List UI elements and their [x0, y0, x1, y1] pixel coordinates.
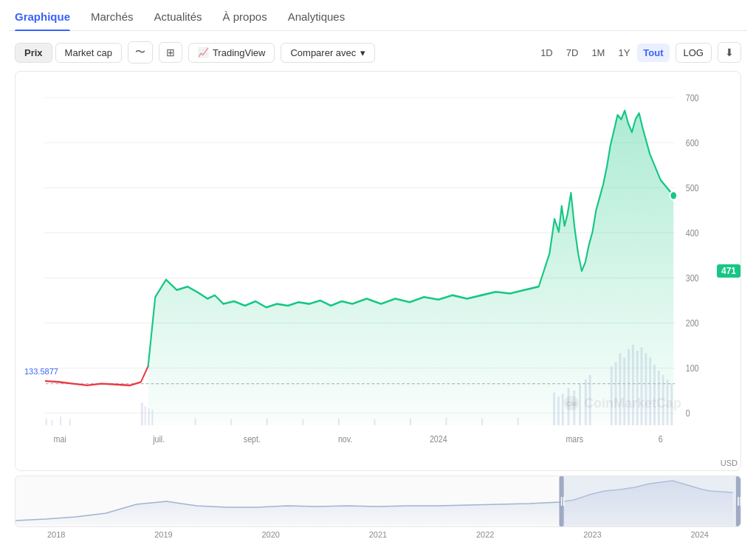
svg-rect-19 [69, 419, 71, 425]
svg-text:300: 300 [686, 272, 699, 284]
nav-svg [16, 476, 740, 526]
svg-text:200: 200 [686, 317, 699, 329]
chart-toolbar: Prix Market cap 〜 ⊞ 📈 TradingView Compar… [9, 41, 747, 71]
compare-label: Comparer avec [290, 47, 356, 58]
prix-button[interactable]: Prix [15, 43, 52, 63]
svg-point-59 [670, 191, 677, 200]
svg-text:100: 100 [686, 363, 699, 374]
svg-text:mars: mars [566, 433, 583, 444]
svg-rect-17 [52, 420, 53, 425]
svg-rect-18 [60, 416, 61, 425]
nav-x-axis: 2018 2019 2020 2021 2022 2023 2024 [15, 529, 741, 539]
svg-text:sept.: sept. [244, 433, 261, 444]
time-tout[interactable]: Tout [637, 44, 669, 62]
svg-text:700: 700 [686, 92, 699, 103]
time-1m[interactable]: 1M [585, 44, 611, 62]
nav-label-2018: 2018 [47, 530, 65, 539]
time-1d[interactable]: 1D [535, 44, 559, 62]
market-cap-button[interactable]: Market cap [55, 43, 122, 63]
svg-text:2024: 2024 [430, 433, 447, 444]
nav-label-2020: 2020 [262, 530, 280, 539]
svg-text:juil.: juil. [152, 433, 165, 444]
compare-button[interactable]: Comparer avec ▾ [281, 43, 375, 63]
log-button[interactable]: LOG [676, 43, 712, 63]
time-period-group: 1D 7D 1M 1Y Tout [535, 44, 669, 62]
tab-marches[interactable]: Marchés [91, 10, 134, 30]
chevron-down-icon: ▾ [360, 47, 365, 58]
tab-graphique[interactable]: Graphique [15, 10, 70, 30]
price-marketcap-group: Prix Market cap [15, 43, 122, 63]
nav-label-2019: 2019 [154, 530, 172, 539]
tabs-bar: Graphique Marchés Actualités À propos An… [9, 0, 747, 31]
chart-navigator[interactable] [15, 476, 741, 527]
svg-rect-21 [145, 406, 146, 425]
svg-text:500: 500 [686, 182, 699, 193]
svg-text:nov.: nov. [338, 433, 352, 444]
svg-text:6: 6 [659, 433, 663, 444]
nav-label-2023: 2023 [583, 530, 601, 539]
usd-currency-label: USD [721, 459, 738, 467]
nav-label-2021: 2021 [369, 530, 387, 539]
candle-chart-icon[interactable]: ⊞ [159, 42, 182, 63]
tradingview-label: TradingView [213, 47, 266, 58]
main-chart[interactable]: 700 600 500 400 300 200 100 0 [15, 71, 741, 471]
svg-text:0: 0 [686, 408, 690, 419]
time-7d[interactable]: 7D [560, 44, 585, 62]
chart-container: 700 600 500 400 300 200 100 0 [9, 71, 747, 539]
svg-rect-70 [560, 476, 741, 526]
line-chart-icon[interactable]: 〜 [128, 41, 153, 63]
tab-actualites[interactable]: Actualités [154, 10, 202, 30]
svg-rect-16 [46, 419, 47, 425]
download-button[interactable]: ⬇ [718, 42, 741, 63]
current-price-label: 471 [717, 264, 740, 278]
nav-label-2022: 2022 [476, 530, 494, 539]
start-price-label: 133.5877 [24, 367, 58, 376]
svg-marker-58 [148, 111, 674, 425]
chart-svg: 700 600 500 400 300 200 100 0 [16, 72, 704, 470]
svg-text:600: 600 [686, 137, 699, 148]
tab-analytiques[interactable]: Analytiques [288, 10, 346, 30]
tab-a-propos[interactable]: À propos [223, 10, 267, 30]
tradingview-icon: 📈 [198, 47, 209, 58]
svg-text:mai: mai [54, 433, 66, 444]
svg-rect-20 [141, 402, 143, 425]
time-1y[interactable]: 1Y [612, 44, 636, 62]
page-wrapper: Graphique Marchés Actualités À propos An… [0, 0, 756, 539]
svg-text:400: 400 [686, 227, 699, 238]
tradingview-button[interactable]: 📈 TradingView [188, 43, 275, 63]
nav-label-2024: 2024 [691, 530, 709, 539]
